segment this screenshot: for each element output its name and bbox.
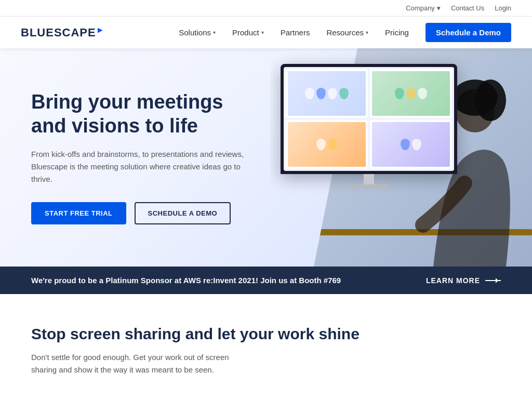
- shape-9: [328, 139, 337, 150]
- cell-content-2: [372, 71, 450, 116]
- shape-7: [418, 88, 427, 99]
- shape-5: [395, 88, 404, 99]
- main-nav: BLUESCAPE Solutions ▾ Product ▾ Partners…: [0, 17, 532, 48]
- monitor-screen-content: [284, 67, 454, 171]
- hero-buttons: START FREE TRIAL SCHEDULE A DEMO: [31, 202, 249, 224]
- start-free-trial-button[interactable]: START FREE TRIAL: [31, 202, 126, 224]
- monitor-mockup: [281, 64, 457, 189]
- login-label: Login: [495, 4, 511, 12]
- schedule-demo-hero-button[interactable]: SCHEDULE A DEMO: [135, 202, 231, 224]
- aws-banner-text: We're proud to be a Platinum Sponsor at …: [31, 276, 341, 285]
- nav-item-schedule-demo[interactable]: Schedule a Demo: [425, 23, 511, 42]
- cell-shapes-3: [288, 122, 366, 167]
- shape-11: [412, 139, 421, 150]
- logo-text: BLUESCAPE: [21, 26, 96, 39]
- shape-3: [328, 88, 337, 99]
- aws-banner: We're proud to be a Platinum Sponsor at …: [0, 267, 532, 294]
- nav-item-resources[interactable]: Resources ▾: [326, 28, 368, 37]
- arrow-right-icon: [485, 280, 501, 281]
- hero-content: Bring your meetings and visions to life …: [0, 59, 270, 256]
- shape-4: [339, 88, 349, 99]
- shape-10: [401, 139, 410, 150]
- shape-1: [305, 88, 314, 99]
- learn-more-label: LEARN MORE: [426, 276, 480, 285]
- schedule-demo-button[interactable]: Schedule a Demo: [425, 23, 511, 42]
- cell-shapes-4: [372, 122, 450, 167]
- screen-sharing-subtitle: Don't settle for good enough. Get your w…: [31, 351, 239, 376]
- cell-content-3: [288, 122, 366, 167]
- hero-section: Bring your meetings and visions to life …: [0, 48, 532, 267]
- monitor-cell-3: [286, 120, 368, 169]
- monitor-stand-neck: [364, 174, 374, 184]
- cell-shapes-2: [372, 71, 450, 116]
- monitor-cell-2: [370, 69, 452, 118]
- nav-item-solutions[interactable]: Solutions ▾: [179, 28, 216, 37]
- shape-6: [406, 88, 416, 99]
- cell-shapes-1: [288, 71, 366, 116]
- top-bar: Company ▾ Contact Us Login: [0, 0, 532, 17]
- shape-2: [316, 88, 326, 99]
- nav-links: Solutions ▾ Product ▾ Partners Resources…: [179, 23, 511, 42]
- nav-item-pricing[interactable]: Pricing: [385, 28, 409, 37]
- solutions-chevron-icon: ▾: [213, 30, 216, 35]
- logo-icon: [98, 28, 103, 33]
- monitor-cell-4: [370, 120, 452, 169]
- contact-us-link[interactable]: Contact Us: [451, 4, 484, 12]
- monitor-cell-1: [286, 69, 368, 118]
- nav-item-partners[interactable]: Partners: [281, 28, 310, 37]
- hero-image: [270, 48, 532, 267]
- contact-label: Contact Us: [451, 4, 484, 12]
- hero-subtitle: From kick-offs and brainstorms, to prese…: [31, 148, 249, 185]
- main-content: Stop screen sharing and let your work sh…: [0, 294, 532, 399]
- screen-sharing-section: Stop screen sharing and let your work sh…: [31, 325, 501, 376]
- cell-content-4: [372, 122, 450, 167]
- monitor-screen: [281, 64, 457, 174]
- cell-content-1: [288, 71, 366, 116]
- company-dropdown[interactable]: Company ▾: [406, 4, 441, 12]
- hero-title: Bring your meetings and visions to life: [31, 90, 249, 138]
- monitor-stand-base: [348, 184, 390, 189]
- screen-sharing-title: Stop screen sharing and let your work sh…: [31, 325, 501, 343]
- resources-chevron-icon: ▾: [366, 30, 368, 35]
- svg-point-2: [475, 79, 506, 121]
- nav-item-product[interactable]: Product ▾: [232, 28, 264, 37]
- logo[interactable]: BLUESCAPE: [21, 26, 103, 39]
- shape-8: [316, 139, 326, 150]
- product-chevron-icon: ▾: [261, 30, 264, 35]
- company-chevron-icon: ▾: [437, 4, 441, 12]
- company-label: Company: [406, 4, 435, 12]
- aws-learn-more-button[interactable]: LEARN MORE: [426, 276, 501, 285]
- login-link[interactable]: Login: [495, 4, 511, 12]
